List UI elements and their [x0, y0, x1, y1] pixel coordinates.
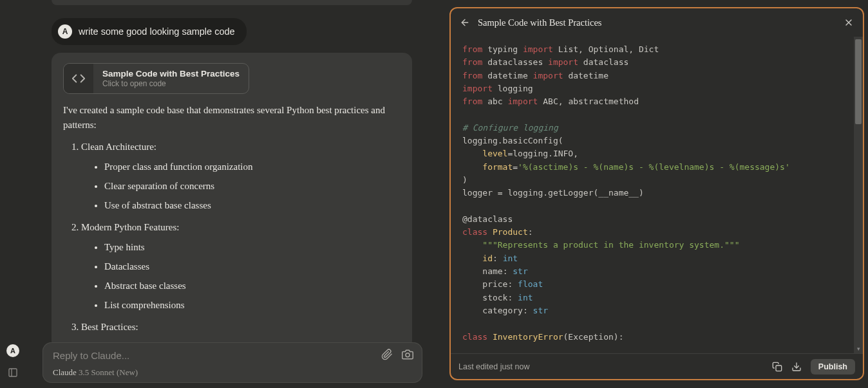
code-content: from typing import List, Optional, Dict … [451, 37, 863, 350]
list-item: List comprehensions [104, 295, 401, 315]
list-item: Best Practices: [81, 320, 401, 335]
publish-button[interactable]: Publish [811, 359, 855, 374]
copy-icon[interactable] [772, 362, 782, 372]
avatar: A [58, 24, 72, 39]
last-edited-text: Last edited just now [458, 362, 530, 371]
panel-header: Sample Code with Best Practices [451, 8, 863, 37]
code-panel: Sample Code with Best Practices from typ… [449, 7, 864, 380]
panel-title: Sample Code with Best Practices [478, 17, 602, 28]
back-icon[interactable] [460, 17, 470, 28]
section-heading: Best Practices: [81, 322, 138, 332]
section-heading: Clean Architecture: [81, 142, 156, 152]
list-item: Clean Architecture: Proper class and fun… [81, 140, 401, 215]
input-placeholder: Reply to Claude... [53, 350, 412, 361]
scrollbar-track[interactable]: ▾ [854, 37, 863, 353]
model-indicator[interactable]: Claude 3.5 Sonnet (New) [53, 367, 412, 378]
list-item: Abstract base classes [104, 276, 401, 295]
section-heading: Modern Python Features: [81, 222, 179, 232]
code-icon [64, 64, 93, 93]
code-card-subtitle: Click to open code [102, 79, 240, 88]
svg-rect-0 [9, 369, 17, 376]
code-viewer[interactable]: from typing import List, Optional, Dict … [451, 37, 863, 353]
download-icon[interactable] [791, 362, 802, 372]
avatar[interactable]: A [6, 344, 19, 357]
model-version: 3.5 Sonnet (New) [79, 367, 138, 377]
scroll-down-icon[interactable]: ▾ [855, 346, 862, 352]
scrollbar-thumb[interactable] [855, 39, 862, 124]
camera-icon[interactable] [402, 349, 413, 360]
code-card-title: Sample Code with Best Practices [102, 69, 240, 79]
assistant-intro: I've created a sample code base that dem… [63, 103, 401, 133]
list-item: Clear separation of concerns [104, 176, 401, 196]
list-item: Use of abstract base classes [104, 196, 401, 215]
close-icon[interactable] [844, 17, 854, 28]
list-item: Modern Python Features: Type hints Datac… [81, 220, 401, 315]
code-artifact-card[interactable]: Sample Code with Best Practices Click to… [63, 63, 249, 94]
message-input[interactable]: Reply to Claude... Claude 3.5 Sonnet (Ne… [42, 342, 422, 383]
user-message-text: write some good looking sample code [79, 26, 235, 37]
list-item: Type hints [104, 237, 401, 257]
user-message: A write some good looking sample code [52, 18, 247, 45]
svg-point-2 [406, 353, 410, 357]
svg-rect-6 [776, 365, 782, 371]
previous-message-edge [52, 0, 412, 5]
assistant-message: Sample Code with Best Practices Click to… [52, 53, 412, 350]
list-item: Proper class and function organization [104, 157, 401, 176]
sidebar-toggle-icon[interactable] [8, 367, 18, 378]
model-name: Claude [53, 367, 77, 377]
practices-list: Clean Architecture: Proper class and fun… [63, 140, 401, 335]
panel-footer: Last edited just now Publish [451, 353, 863, 379]
attachment-icon[interactable] [381, 349, 393, 360]
list-item: Dataclasses [104, 257, 401, 276]
